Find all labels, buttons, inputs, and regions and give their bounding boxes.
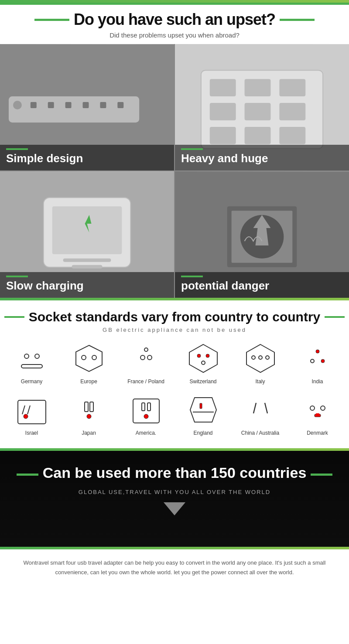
- socket-denmark: Denmark: [290, 392, 345, 436]
- socket-israel-label: Israel: [25, 430, 38, 436]
- svg-rect-15: [245, 103, 271, 120]
- socket-grid-row2: Israel Japan America.: [4, 392, 345, 436]
- svg-line-56: [27, 405, 30, 414]
- svg-rect-62: [133, 399, 159, 423]
- img-danger: potential danger: [175, 171, 349, 298]
- svg-point-53: [321, 359, 325, 363]
- svg-rect-60: [90, 402, 93, 412]
- socket-germany: Germany: [4, 341, 59, 385]
- countries-sub: GLOBAL USE,TRAVEL WITH YOU ALL OVER THE …: [9, 489, 340, 495]
- svg-point-43: [197, 354, 201, 358]
- svg-rect-34: [21, 365, 42, 368]
- socket-green-right: [325, 316, 345, 318]
- svg-point-52: [311, 359, 314, 363]
- socket-germany-icon: [14, 341, 49, 376]
- header-line: Do you have such an upset?: [4, 10, 345, 29]
- svg-rect-1: [9, 96, 139, 123]
- socket-china-australia: China / Australia: [233, 392, 287, 436]
- svg-rect-76: [316, 413, 319, 415]
- socket-italy-label: Italy: [255, 378, 265, 385]
- socket-switzerland-icon: [186, 341, 221, 376]
- countries-section: Can be used more than 150 countries GLOB…: [0, 451, 349, 547]
- socket-japan-label: Japan: [82, 430, 96, 436]
- countries-green-left: [17, 474, 38, 476]
- svg-point-74: [321, 406, 325, 410]
- svg-point-49: [266, 356, 269, 359]
- svg-point-37: [92, 355, 96, 360]
- svg-rect-8: [117, 102, 123, 108]
- svg-rect-22: [52, 206, 122, 254]
- socket-israel: Israel: [4, 392, 59, 436]
- svg-rect-13: [279, 79, 305, 96]
- socket-india: India: [290, 341, 345, 385]
- socket-england: England: [176, 392, 230, 436]
- socket-subtitle: GB electric appliance can not be used: [4, 327, 345, 333]
- svg-rect-12: [245, 79, 271, 96]
- svg-rect-19: [279, 127, 305, 144]
- svg-marker-35: [76, 345, 102, 371]
- socket-section: Socket standards vary from country to co…: [0, 300, 349, 448]
- svg-rect-4: [48, 102, 54, 108]
- svg-point-73: [310, 406, 315, 410]
- socket-india-label: India: [311, 378, 323, 385]
- socket-main-title: Socket standards vary from country to co…: [29, 309, 321, 325]
- svg-point-45: [202, 361, 205, 365]
- socket-france-poland-label: France / Poland: [127, 378, 164, 385]
- svg-point-32: [24, 354, 29, 358]
- svg-point-39: [140, 355, 145, 360]
- caption-simple-design: Simple design: [0, 145, 174, 170]
- socket-israel-icon: [14, 392, 49, 427]
- svg-point-33: [35, 354, 39, 358]
- image-grid: Simple design Heavy and huge: [0, 44, 349, 298]
- socket-england-icon: [186, 392, 221, 427]
- description-section: Wontravel smart four usb travel adapter …: [0, 549, 349, 586]
- header-green-bar-left: [34, 19, 69, 21]
- caption-slow-charging: Slow charging: [0, 272, 174, 298]
- svg-rect-2: [13, 101, 22, 109]
- countries-title: Can be used more than 150 countries: [43, 464, 307, 482]
- svg-rect-11: [210, 79, 236, 96]
- svg-rect-17: [210, 127, 236, 144]
- socket-france-poland-icon: [129, 341, 164, 376]
- socket-america: America.: [119, 392, 173, 436]
- countries-title-row: Can be used more than 150 countries: [9, 464, 340, 485]
- caption-danger: potential danger: [175, 272, 349, 298]
- svg-point-48: [259, 356, 262, 359]
- socket-france-poland: France / Poland: [119, 341, 173, 385]
- svg-point-57: [24, 414, 28, 419]
- svg-rect-68: [200, 403, 202, 409]
- svg-line-70: [253, 403, 256, 413]
- svg-rect-5: [65, 102, 72, 108]
- svg-point-36: [82, 355, 86, 360]
- socket-green-left: [4, 316, 24, 318]
- socket-america-label: America.: [136, 430, 156, 436]
- svg-rect-7: [100, 102, 106, 108]
- svg-marker-42: [189, 344, 217, 372]
- svg-rect-63: [142, 403, 145, 411]
- svg-line-55: [22, 405, 25, 414]
- svg-rect-14: [210, 103, 236, 120]
- socket-japan: Japan: [62, 392, 116, 436]
- svg-rect-6: [83, 102, 89, 108]
- socket-denmark-icon: [300, 392, 335, 427]
- socket-europe-label: Europe: [80, 378, 97, 385]
- svg-point-61: [87, 414, 91, 419]
- socket-europe-icon: [72, 341, 106, 376]
- svg-rect-16: [279, 103, 305, 120]
- arrow-down-icon: [164, 502, 185, 515]
- socket-america-icon: [129, 392, 164, 427]
- socket-china-australia-icon: [243, 392, 278, 427]
- svg-point-40: [147, 355, 152, 360]
- socket-japan-icon: [72, 392, 106, 427]
- caption-heavy: Heavy and huge: [175, 145, 349, 170]
- socket-italy-icon: [243, 341, 278, 376]
- socket-india-icon: [300, 341, 335, 376]
- countries-green-right: [311, 474, 332, 476]
- svg-rect-59: [85, 402, 88, 412]
- sub-title: Did these problems upset you when abroad…: [4, 31, 345, 39]
- socket-grid-row1: Germany Europe France / Poland: [4, 341, 345, 385]
- svg-marker-46: [246, 344, 274, 372]
- socket-germany-label: Germany: [21, 378, 42, 385]
- svg-rect-54: [18, 400, 46, 424]
- socket-italy: Italy: [233, 341, 287, 385]
